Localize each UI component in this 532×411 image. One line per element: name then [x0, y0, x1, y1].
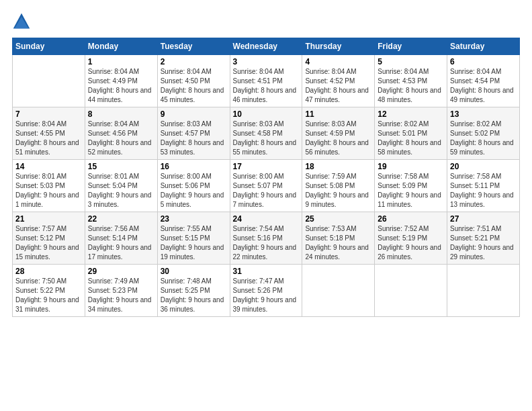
day-info: Sunrise: 7:58 AMSunset: 5:09 PMDaylight:… — [378, 172, 444, 210]
day-number: 21 — [15, 214, 82, 224]
day-number: 13 — [450, 109, 517, 119]
day-cell: 19Sunrise: 7:58 AMSunset: 5:09 PMDayligh… — [375, 160, 447, 212]
weekday-header-saturday: Saturday — [447, 38, 520, 55]
day-cell: 29Sunrise: 7:49 AMSunset: 5:23 PMDayligh… — [85, 265, 157, 317]
day-number: 18 — [305, 162, 371, 171]
day-info: Sunrise: 8:02 AMSunset: 5:02 PMDaylight:… — [450, 120, 517, 157]
day-cell: 7Sunrise: 8:04 AMSunset: 4:55 PMDaylight… — [13, 107, 85, 160]
day-number: 11 — [305, 109, 371, 119]
day-number: 7 — [15, 109, 82, 119]
weekday-header-monday: Monday — [85, 38, 157, 55]
day-number: 23 — [161, 214, 227, 224]
day-number: 30 — [161, 267, 227, 276]
day-cell: 1Sunrise: 8:04 AMSunset: 4:49 PMDaylight… — [85, 55, 157, 107]
day-cell: 30Sunrise: 7:48 AMSunset: 5:25 PMDayligh… — [157, 265, 230, 317]
calendar-table: SundayMondayTuesdayWednesdayThursdayFrid… — [12, 38, 520, 317]
day-cell: 12Sunrise: 8:02 AMSunset: 5:01 PMDayligh… — [375, 107, 447, 160]
day-cell — [375, 265, 447, 317]
day-info: Sunrise: 8:04 AMSunset: 4:51 PMDaylight:… — [233, 67, 300, 105]
day-number: 25 — [305, 214, 371, 224]
day-info: Sunrise: 8:04 AMSunset: 4:52 PMDaylight:… — [305, 67, 371, 105]
weekday-header-thursday: Thursday — [302, 38, 375, 55]
day-info: Sunrise: 8:00 AMSunset: 5:07 PMDaylight:… — [233, 172, 300, 210]
day-info: Sunrise: 7:54 AMSunset: 5:16 PMDaylight:… — [233, 224, 300, 262]
header — [12, 12, 520, 31]
day-info: Sunrise: 8:04 AMSunset: 4:49 PMDaylight:… — [88, 67, 154, 105]
page: SundayMondayTuesdayWednesdayThursdayFrid… — [0, 0, 532, 411]
day-cell: 23Sunrise: 7:55 AMSunset: 5:15 PMDayligh… — [157, 212, 230, 265]
day-cell: 24Sunrise: 7:54 AMSunset: 5:16 PMDayligh… — [230, 212, 302, 265]
day-number: 2 — [161, 57, 227, 66]
day-info: Sunrise: 7:49 AMSunset: 5:23 PMDaylight:… — [88, 277, 154, 314]
week-row-3: 14Sunrise: 8:01 AMSunset: 5:03 PMDayligh… — [13, 160, 520, 212]
day-number: 27 — [450, 214, 517, 224]
week-row-2: 7Sunrise: 8:04 AMSunset: 4:55 PMDaylight… — [13, 107, 520, 160]
day-cell — [13, 55, 85, 107]
day-info: Sunrise: 8:04 AMSunset: 4:53 PMDaylight:… — [378, 67, 444, 105]
day-number: 12 — [378, 109, 444, 119]
day-cell: 13Sunrise: 8:02 AMSunset: 5:02 PMDayligh… — [447, 107, 520, 160]
day-cell: 31Sunrise: 7:47 AMSunset: 5:26 PMDayligh… — [230, 265, 302, 317]
day-cell: 6Sunrise: 8:04 AMSunset: 4:54 PMDaylight… — [447, 55, 520, 107]
weekday-header-wednesday: Wednesday — [230, 38, 302, 55]
day-number: 8 — [88, 109, 154, 119]
day-info: Sunrise: 8:00 AMSunset: 5:06 PMDaylight:… — [161, 172, 227, 210]
day-info: Sunrise: 8:03 AMSunset: 4:57 PMDaylight:… — [161, 120, 227, 157]
weekday-header-tuesday: Tuesday — [157, 38, 230, 55]
day-info: Sunrise: 7:55 AMSunset: 5:15 PMDaylight:… — [161, 224, 227, 262]
weekday-header-row: SundayMondayTuesdayWednesdayThursdayFrid… — [13, 38, 520, 55]
day-info: Sunrise: 8:02 AMSunset: 5:01 PMDaylight:… — [378, 120, 444, 157]
day-number: 20 — [450, 162, 517, 171]
day-cell: 4Sunrise: 8:04 AMSunset: 4:52 PMDaylight… — [302, 55, 375, 107]
day-info: Sunrise: 7:59 AMSunset: 5:08 PMDaylight:… — [305, 172, 371, 210]
day-info: Sunrise: 8:03 AMSunset: 4:58 PMDaylight:… — [233, 120, 300, 157]
day-number: 19 — [378, 162, 444, 171]
day-cell: 27Sunrise: 7:51 AMSunset: 5:21 PMDayligh… — [447, 212, 520, 265]
day-cell: 18Sunrise: 7:59 AMSunset: 5:08 PMDayligh… — [302, 160, 375, 212]
day-number: 24 — [233, 214, 300, 224]
day-number: 1 — [88, 57, 154, 66]
day-info: Sunrise: 7:50 AMSunset: 5:22 PMDaylight:… — [15, 277, 82, 314]
day-cell: 11Sunrise: 8:03 AMSunset: 4:59 PMDayligh… — [302, 107, 375, 160]
day-cell: 26Sunrise: 7:52 AMSunset: 5:19 PMDayligh… — [375, 212, 447, 265]
day-cell: 14Sunrise: 8:01 AMSunset: 5:03 PMDayligh… — [13, 160, 85, 212]
day-info: Sunrise: 8:01 AMSunset: 5:04 PMDaylight:… — [88, 172, 154, 210]
day-number: 9 — [161, 109, 227, 119]
day-cell: 16Sunrise: 8:00 AMSunset: 5:06 PMDayligh… — [157, 160, 230, 212]
day-cell — [302, 265, 375, 317]
day-cell: 2Sunrise: 8:04 AMSunset: 4:50 PMDaylight… — [157, 55, 230, 107]
day-cell: 8Sunrise: 8:04 AMSunset: 4:56 PMDaylight… — [85, 107, 157, 160]
day-number: 15 — [88, 162, 154, 171]
week-row-4: 21Sunrise: 7:57 AMSunset: 5:12 PMDayligh… — [13, 212, 520, 265]
day-number: 28 — [15, 267, 82, 276]
day-cell: 9Sunrise: 8:03 AMSunset: 4:57 PMDaylight… — [157, 107, 230, 160]
day-number: 16 — [161, 162, 227, 171]
logo — [12, 12, 34, 31]
day-number: 3 — [233, 57, 300, 66]
day-number: 26 — [378, 214, 444, 224]
day-number: 6 — [450, 57, 517, 66]
weekday-header-friday: Friday — [375, 38, 447, 55]
day-info: Sunrise: 8:04 AMSunset: 4:55 PMDaylight:… — [15, 120, 82, 157]
day-number: 17 — [233, 162, 300, 171]
day-info: Sunrise: 7:56 AMSunset: 5:14 PMDaylight:… — [88, 224, 154, 262]
day-number: 10 — [233, 109, 300, 119]
day-cell: 25Sunrise: 7:53 AMSunset: 5:18 PMDayligh… — [302, 212, 375, 265]
day-info: Sunrise: 7:52 AMSunset: 5:19 PMDaylight:… — [378, 224, 444, 262]
day-number: 14 — [15, 162, 82, 171]
day-info: Sunrise: 7:47 AMSunset: 5:26 PMDaylight:… — [233, 277, 300, 314]
day-info: Sunrise: 7:57 AMSunset: 5:12 PMDaylight:… — [15, 224, 82, 262]
day-info: Sunrise: 8:03 AMSunset: 4:59 PMDaylight:… — [305, 120, 371, 157]
day-cell: 21Sunrise: 7:57 AMSunset: 5:12 PMDayligh… — [13, 212, 85, 265]
day-cell: 3Sunrise: 8:04 AMSunset: 4:51 PMDaylight… — [230, 55, 302, 107]
day-cell: 17Sunrise: 8:00 AMSunset: 5:07 PMDayligh… — [230, 160, 302, 212]
day-number: 5 — [378, 57, 444, 66]
day-number: 31 — [233, 267, 300, 276]
day-number: 22 — [88, 214, 154, 224]
weekday-header-sunday: Sunday — [13, 38, 85, 55]
day-number: 4 — [305, 57, 371, 66]
day-info: Sunrise: 8:04 AMSunset: 4:56 PMDaylight:… — [88, 120, 154, 157]
day-info: Sunrise: 7:58 AMSunset: 5:11 PMDaylight:… — [450, 172, 517, 210]
day-cell — [447, 265, 520, 317]
day-number: 29 — [88, 267, 154, 276]
